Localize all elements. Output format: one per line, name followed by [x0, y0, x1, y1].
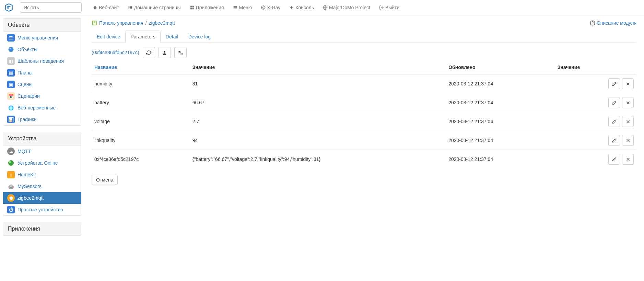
cloud-icon: ☁ — [7, 148, 15, 155]
sidebar-item-scenarios[interactable]: 📅 Сценарии — [3, 90, 81, 102]
nav-website[interactable]: Веб-сайт — [89, 2, 123, 13]
nav-project[interactable]: MajorDoMo Project — [319, 2, 374, 13]
cell-value: 66.67 — [190, 93, 446, 112]
cancel-button[interactable]: Отмена — [92, 175, 118, 185]
tab-device-log[interactable]: Device log — [183, 31, 216, 43]
sidebar-item-scenes[interactable]: ▣ Сцены — [3, 79, 81, 90]
nav-apps[interactable]: Приложения — [186, 2, 228, 13]
nav-logout[interactable]: Выйти — [375, 2, 403, 13]
close-icon — [626, 138, 630, 143]
status-dot-icon — [7, 159, 15, 167]
sidebar-item-charts[interactable]: 📊 Графики — [3, 114, 81, 125]
edit-button[interactable] — [608, 135, 620, 146]
svg-rect-26 — [95, 21, 96, 23]
breadcrumb-control-panel[interactable]: Панель управления — [99, 20, 143, 26]
pencil-icon — [612, 138, 617, 143]
sidebar-item-control-menu[interactable]: ☰ Меню управления — [3, 32, 81, 44]
sidebar-item-simple-devices[interactable]: ⏻ Простые устройства — [3, 204, 81, 215]
help-icon — [590, 20, 595, 26]
sidebar-item-devices-online[interactable]: Устройства Online — [3, 157, 81, 169]
delete-button[interactable] — [622, 154, 634, 165]
help-link-label: Описание модуля — [597, 20, 636, 26]
user-icon — [162, 50, 167, 55]
sidebar-item-objects[interactable]: Объекты — [3, 44, 81, 55]
zigbee-icon: ⬢ — [7, 194, 15, 202]
svg-point-22 — [8, 160, 14, 166]
tab-parameters[interactable]: Parameters — [125, 31, 160, 43]
nav-homepages[interactable]: Домашние страницы — [124, 2, 185, 13]
refresh-button[interactable] — [143, 47, 155, 58]
delete-button[interactable] — [622, 116, 634, 127]
dashboard-icon — [92, 20, 97, 26]
col-actions-header: Значение — [555, 61, 636, 74]
device-id-link[interactable]: (0xf4ce36afd5c2197c) — [92, 50, 139, 55]
svg-rect-11 — [233, 7, 237, 8]
svg-rect-4 — [128, 8, 129, 9]
help-link[interactable]: Описание модуля — [590, 20, 636, 26]
user-button[interactable] — [159, 47, 171, 58]
main-content: Панель управления / zigbee2mqtt Описание… — [84, 15, 644, 245]
col-updated-header: Обновлено — [446, 61, 555, 74]
nav-menu-label: Меню — [239, 5, 252, 10]
svg-point-23 — [9, 161, 11, 163]
nav-xray[interactable]: X-Ray — [257, 2, 284, 13]
svg-rect-27 — [93, 23, 96, 25]
svg-point-13 — [261, 6, 265, 10]
sidebar-panel-apps: Приложения — [3, 222, 81, 236]
sidebar-item-plans[interactable]: ▦ Планы — [3, 67, 81, 79]
pencil-icon — [612, 119, 617, 124]
svg-rect-7 — [192, 6, 194, 8]
cell-name: 0xf4ce36afd5c2197c — [92, 150, 190, 169]
flag-gear-icon — [178, 50, 183, 55]
globe-icon — [323, 5, 328, 10]
nav-homepages-label: Домашние страницы — [134, 5, 181, 10]
edit-button[interactable] — [608, 78, 620, 89]
nav-console[interactable]: Консоль — [285, 2, 318, 13]
sidebar-item-webvars[interactable]: 🌐 Веб-переменные — [3, 102, 81, 114]
sidebar-item-mysensors[interactable]: 🤖 MySensors — [3, 180, 81, 192]
col-value-header: Значение — [190, 61, 446, 74]
calendar-icon: 📅 — [7, 92, 15, 100]
parameters-table: Название Значение Обновлено Значение hum… — [92, 61, 636, 168]
power-icon: ⏻ — [7, 206, 15, 213]
sidebar-item-label: Меню управления — [17, 35, 58, 40]
svg-rect-5 — [130, 8, 132, 9]
svg-rect-9 — [192, 8, 194, 10]
world-icon: 🌐 — [7, 104, 15, 112]
col-name-header[interactable]: Название — [92, 61, 190, 74]
chart-icon: 📊 — [7, 116, 15, 123]
target-icon — [261, 5, 266, 10]
tab-edit-device[interactable]: Edit device — [92, 31, 125, 43]
plans-icon: ▦ — [7, 69, 15, 77]
edit-button[interactable] — [608, 97, 620, 108]
sidebar-item-label: Веб-переменные — [17, 105, 56, 110]
sidebar-item-mqtt[interactable]: ☁ MQTT — [3, 145, 81, 157]
breadcrumb-current[interactable]: zigbee2mqtt — [149, 20, 175, 26]
nav-menu[interactable]: Меню — [229, 2, 256, 13]
svg-rect-6 — [190, 6, 192, 8]
app-logo[interactable] — [4, 3, 14, 12]
cell-value: 94 — [190, 131, 446, 150]
cell-value: 31 — [190, 74, 446, 93]
sidebar-item-behavior[interactable]: ◧ Шаблоны поведения — [3, 55, 81, 67]
svg-point-29 — [164, 51, 165, 52]
nav-apps-label: Приложения — [196, 5, 224, 10]
delete-button[interactable] — [622, 135, 634, 146]
edit-button[interactable] — [608, 116, 620, 127]
close-icon — [626, 157, 630, 162]
search-input[interactable] — [20, 2, 82, 13]
table-row: linkquality942020-03-12 21:37:04 — [92, 131, 636, 150]
svg-rect-25 — [93, 21, 94, 23]
delete-button[interactable] — [622, 97, 634, 108]
breadcrumb-separator: / — [145, 20, 147, 26]
svg-rect-12 — [233, 9, 237, 9]
svg-point-31 — [182, 54, 182, 54]
table-row: 0xf4ce36afd5c2197c{"battery":"66.67","vo… — [92, 150, 636, 169]
flag-settings-button[interactable] — [174, 47, 187, 58]
edit-button[interactable] — [608, 154, 620, 165]
sidebar-item-zigbee2mqtt[interactable]: ⬢ zigbee2mqtt — [3, 192, 81, 204]
sidebar-item-homekit[interactable]: ⌂ HomeKit — [3, 169, 81, 180]
delete-button[interactable] — [622, 78, 634, 89]
tab-detail[interactable]: Detail — [161, 31, 183, 43]
close-icon — [626, 101, 630, 105]
